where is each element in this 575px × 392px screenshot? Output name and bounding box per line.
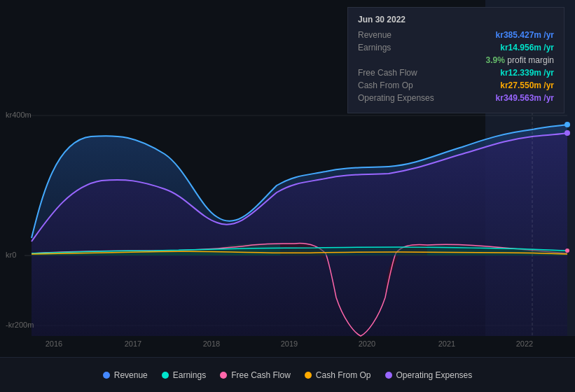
legend-dot-revenue bbox=[103, 372, 110, 379]
tooltip-row-opexp: Operating Expenses kr349.563m /yr bbox=[358, 93, 554, 103]
tooltip-box: Jun 30 2022 Revenue kr385.427m /yr Earni… bbox=[347, 7, 564, 113]
tooltip-label-fcf: Free Cash Flow bbox=[358, 68, 500, 78]
tooltip-value-fcf: kr12.339m /yr bbox=[500, 68, 554, 78]
legend-item-opexp: Operating Expenses bbox=[385, 370, 473, 380]
legend-label-revenue: Revenue bbox=[114, 370, 148, 380]
svg-text:2021: 2021 bbox=[438, 340, 455, 348]
tooltip-value-margin: 3.9% profit margin bbox=[486, 55, 554, 65]
tooltip-label-cashop: Cash From Op bbox=[358, 80, 500, 90]
legend-bar: Revenue Earnings Free Cash Flow Cash Fro… bbox=[0, 357, 575, 392]
svg-text:kr0: kr0 bbox=[6, 251, 16, 259]
legend-item-earnings: Earnings bbox=[162, 370, 206, 380]
tooltip-row-cashop: Cash From Op kr27.550m /yr bbox=[358, 80, 554, 90]
tooltip-row-earnings: Earnings kr14.956m /yr bbox=[358, 43, 554, 52]
tooltip-row-margin: 3.9% profit margin bbox=[358, 55, 554, 65]
svg-text:2018: 2018 bbox=[203, 340, 220, 348]
tooltip-row-revenue: Revenue kr385.427m /yr bbox=[358, 30, 554, 40]
svg-text:2020: 2020 bbox=[359, 340, 375, 348]
legend-item-cashop: Cash From Op bbox=[305, 370, 371, 380]
legend-dot-earnings bbox=[162, 372, 169, 379]
legend-label-cashop: Cash From Op bbox=[316, 370, 371, 380]
tooltip-value-earnings: kr14.956m /yr bbox=[500, 43, 554, 52]
legend-label-earnings: Earnings bbox=[173, 370, 206, 380]
legend-label-opexp: Operating Expenses bbox=[396, 370, 473, 380]
svg-text:-kr200m: -kr200m bbox=[6, 321, 34, 329]
tooltip-value-cashop: kr27.550m /yr bbox=[500, 80, 554, 90]
svg-point-7 bbox=[564, 130, 570, 136]
tooltip-value-revenue: kr385.427m /yr bbox=[496, 30, 554, 40]
tooltip-label-revenue: Revenue bbox=[358, 30, 496, 40]
tooltip-label-opexp: Operating Expenses bbox=[358, 93, 496, 103]
svg-point-8 bbox=[565, 248, 569, 253]
tooltip-value-opexp: kr349.563m /yr bbox=[496, 93, 554, 103]
svg-text:2019: 2019 bbox=[281, 340, 298, 348]
svg-text:kr400m: kr400m bbox=[6, 111, 32, 119]
legend-item-revenue: Revenue bbox=[103, 370, 148, 380]
legend-dot-opexp bbox=[385, 372, 392, 379]
svg-text:2016: 2016 bbox=[46, 340, 62, 348]
chart-container: kr400m kr0 -kr200m 2016 2017 2018 2019 2… bbox=[0, 0, 575, 357]
legend-dot-fcf bbox=[220, 372, 227, 379]
tooltip-date: Jun 30 2022 bbox=[358, 15, 554, 24]
legend-label-fcf: Free Cash Flow bbox=[231, 370, 291, 380]
svg-point-6 bbox=[564, 122, 570, 127]
tooltip-label-earnings: Earnings bbox=[358, 43, 500, 52]
svg-text:2022: 2022 bbox=[516, 340, 533, 348]
svg-text:2017: 2017 bbox=[125, 340, 141, 348]
legend-dot-cashop bbox=[305, 372, 312, 379]
legend-item-fcf: Free Cash Flow bbox=[220, 370, 291, 380]
tooltip-row-fcf: Free Cash Flow kr12.339m /yr bbox=[358, 68, 554, 78]
